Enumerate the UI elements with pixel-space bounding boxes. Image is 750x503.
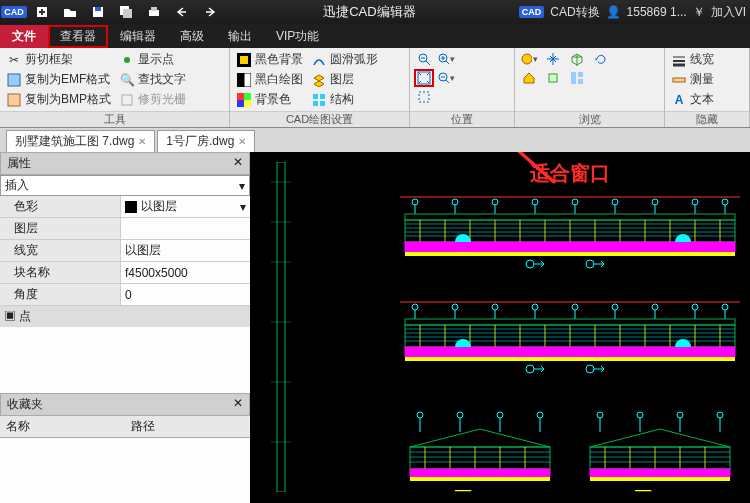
zoom-region-icon[interactable] [414, 88, 434, 106]
zoom-back-icon[interactable] [414, 50, 434, 68]
cad-elevation-1 [400, 192, 740, 272]
svg-rect-23 [313, 101, 318, 106]
views-icon[interactable] [567, 69, 587, 87]
text-button[interactable]: A文本 [669, 90, 716, 109]
prop-row-blockname[interactable]: 块名称f4500x5000 [0, 262, 250, 284]
svg-point-99 [652, 304, 658, 310]
close-icon[interactable]: ✕ [238, 136, 246, 147]
svg-rect-38 [673, 78, 685, 82]
undo-icon[interactable] [172, 3, 192, 21]
structure-button[interactable]: 结构 [309, 90, 380, 109]
bw-icon [236, 72, 252, 88]
svg-rect-111 [405, 319, 735, 325]
emf-icon [6, 72, 22, 88]
svg-rect-14 [240, 56, 248, 64]
cad-elevation-4: ━━━━ [580, 407, 740, 497]
layer-button[interactable]: 图层 [309, 70, 380, 89]
prop-row-angle[interactable]: 角度0 [0, 284, 250, 306]
svg-rect-17 [237, 93, 244, 100]
svg-rect-22 [320, 94, 325, 99]
prop-row-linewidth[interactable]: 线宽以图层 [0, 240, 250, 262]
linewidth-icon [671, 52, 687, 68]
properties-panel: 属性✕ 插入▾ 色彩以图层▾ 图层 线宽以图层 块名称f4500x5000 角度… [0, 152, 250, 503]
trim-raster-button[interactable]: 修剪光栅 [117, 90, 188, 109]
insert-combo[interactable]: 插入▾ [0, 175, 250, 196]
file-tab-bar: 别墅建筑施工图 7.dwg✕ 1号厂房.dwg✕ [0, 128, 750, 152]
prop-row-color[interactable]: 色彩以图层▾ [0, 196, 250, 218]
file-tab[interactable]: 1号厂房.dwg✕ [157, 130, 255, 152]
measure-button[interactable]: 测量 [669, 70, 716, 89]
svg-point-135 [457, 412, 463, 418]
menu-output[interactable]: 输出 [216, 25, 264, 48]
favorites-header: 收藏夹✕ [0, 393, 250, 416]
copy-emf-button[interactable]: 复制为EMF格式 [4, 70, 113, 89]
drawing-canvas[interactable]: 适合窗口 [250, 152, 750, 503]
join-vip-link[interactable]: 加入VI [711, 4, 746, 21]
ribbon-group-browse-label: 浏览 [515, 111, 664, 127]
close-icon[interactable]: ✕ [233, 396, 243, 413]
menu-vip[interactable]: VIP功能 [264, 25, 331, 48]
smooth-arc-button[interactable]: 圆滑弧形 [309, 50, 380, 69]
svg-point-53 [492, 199, 498, 205]
find-text-button[interactable]: 🔍查找文字 [117, 70, 188, 89]
redo-icon[interactable] [200, 3, 220, 21]
svg-marker-142 [410, 429, 550, 447]
text-icon: A [671, 92, 687, 108]
svg-point-157 [677, 412, 683, 418]
zoom-out-icon[interactable] [436, 69, 456, 87]
ribbon: ✂剪切框架 复制为EMF格式 复制为BMP格式 显示点 🔍查找文字 修剪光栅 工… [0, 48, 750, 128]
palette-icon [236, 92, 252, 108]
file-tab[interactable]: 别墅建筑施工图 7.dwg✕ [6, 130, 155, 152]
menu-file[interactable]: 文件 [0, 25, 48, 48]
saveall-icon[interactable] [116, 3, 136, 21]
svg-point-58 [692, 199, 698, 205]
menu-editor[interactable]: 编辑器 [108, 25, 168, 48]
scissors-icon: ✂ [6, 52, 22, 68]
svg-rect-16 [244, 73, 251, 87]
favorites-columns: 名称路径 [0, 416, 250, 438]
prop-row-layer[interactable]: 图层 [0, 218, 250, 240]
orbit-icon[interactable] [519, 50, 539, 68]
svg-point-11 [124, 57, 130, 63]
crop-frame-button[interactable]: ✂剪切框架 [4, 50, 113, 69]
color-chip-icon [125, 201, 137, 213]
menu-viewer[interactable]: 查看器 [48, 25, 108, 48]
cad-convert-link[interactable]: CAD转换 [550, 4, 599, 21]
print-icon[interactable] [144, 3, 164, 21]
menu-advanced[interactable]: 高级 [168, 25, 216, 48]
copy-bmp-button[interactable]: 复制为BMP格式 [4, 90, 113, 109]
cube-icon[interactable] [543, 69, 563, 87]
chevron-down-icon: ▾ [240, 200, 246, 214]
bg-color-button[interactable]: 背景色 [234, 90, 305, 109]
ribbon-group-hide-label: 隐藏 [665, 111, 749, 127]
rotate-icon[interactable] [591, 50, 611, 68]
line-width-button[interactable]: 线宽 [669, 50, 716, 69]
ribbon-group-tools-label: 工具 [0, 111, 229, 127]
ribbon-group-position-label: 位置 [410, 111, 514, 127]
show-point-button[interactable]: 显示点 [117, 50, 188, 69]
svg-rect-6 [123, 9, 132, 18]
ribbon-group-cadset-label: CAD绘图设置 [230, 111, 409, 127]
user-label[interactable]: 155869 1... [627, 5, 687, 19]
menu-bar: 文件 查看器 编辑器 高级 输出 VIP功能 [0, 24, 750, 48]
black-bg-button[interactable]: 黑色背景 [234, 50, 305, 69]
trim-icon [119, 92, 135, 108]
close-icon[interactable]: ✕ [138, 136, 146, 147]
new-icon[interactable] [32, 3, 52, 21]
svg-point-96 [532, 304, 538, 310]
svg-rect-34 [578, 79, 583, 84]
fit-window-icon[interactable] [414, 69, 434, 87]
zoom-in-icon[interactable] [436, 50, 456, 68]
svg-rect-33 [578, 72, 583, 77]
bw-draw-button[interactable]: 黑白绘图 [234, 70, 305, 89]
home-view-icon[interactable] [519, 69, 539, 87]
view3d-icon[interactable] [567, 50, 587, 68]
pan-icon[interactable] [543, 50, 563, 68]
close-icon[interactable]: ✕ [233, 155, 243, 172]
prop-category-point[interactable]: ▣ 点 [0, 306, 250, 327]
open-icon[interactable] [60, 3, 80, 21]
svg-point-101 [722, 304, 728, 310]
svg-rect-15 [237, 73, 244, 87]
svg-point-155 [597, 412, 603, 418]
save-icon[interactable] [88, 3, 108, 21]
